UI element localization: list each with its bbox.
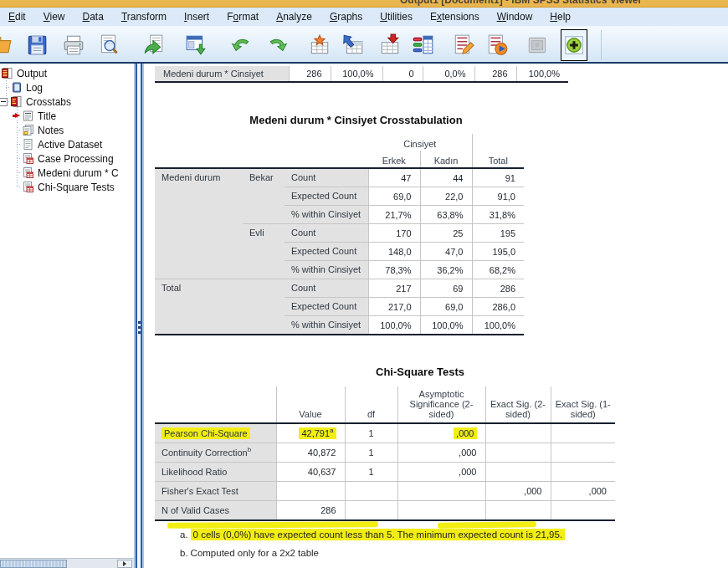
tree-item-case-processing[interactable]: Case Processing: [0, 151, 134, 166]
footnote-marker: a: [330, 427, 333, 434]
tree-item-notes[interactable]: Notes: [0, 123, 134, 137]
value-cell: 148,0: [368, 243, 420, 261]
value-cell: 286: [276, 501, 345, 521]
crosstab-title: Medeni durum * Cinsiyet Crosstabulation: [172, 114, 541, 126]
stat-label: Expected Count: [285, 187, 368, 206]
menu-item-format[interactable]: Format: [227, 11, 259, 23]
menu-bar: Edit View Data Transform Insert Format A…: [0, 8, 728, 27]
tree-item-title[interactable]: Title: [0, 109, 134, 123]
use-variable-sets-icon[interactable]: [410, 29, 437, 61]
value-cell: 195,0: [472, 243, 524, 261]
open-icon[interactable]: [0, 29, 15, 61]
print-preview-icon[interactable]: [95, 29, 122, 61]
window-title: Output1 [Document1] - IBM SPSS Statistic…: [400, 0, 642, 6]
value-cell: 1: [345, 443, 397, 463]
tree-item-log[interactable]: Log: [0, 80, 134, 95]
empty-cell: [155, 386, 276, 423]
case-processing-summary-table[interactable]: Medeni durum * Cinsiyet 286 100,0% 0 0,0…: [155, 66, 568, 83]
output-pane[interactable]: Medeni durum * Cinsiyet 286 100,0% 0 0,0…: [144, 64, 728, 568]
value-cell: 22,0: [420, 187, 472, 206]
tree-item-crosstab-table[interactable]: Medeni durum * C: [0, 166, 134, 180]
value-cell: 63,8%: [420, 206, 472, 224]
value-cell: 217: [368, 279, 420, 298]
highlight: 0 cells (0,0%) have expected count less …: [191, 529, 566, 540]
menu-text: U: [380, 11, 387, 23]
menu-text: W: [497, 11, 506, 23]
highlight: ,000: [454, 427, 476, 439]
select-last-output-icon: [524, 29, 551, 61]
panel-splitter[interactable]: [134, 64, 144, 568]
run-script-icon[interactable]: [484, 29, 510, 61]
row-label-cell: Fisher's Exact Test: [155, 482, 276, 501]
menu-text: E: [8, 11, 15, 23]
window-titlebar[interactable]: Output1 [Document1] - IBM SPSS Statistic…: [0, 0, 728, 8]
menu-item-edit[interactable]: Edit: [8, 11, 26, 23]
menu-item-data[interactable]: Data: [83, 11, 104, 23]
menu-item-view[interactable]: View: [44, 11, 65, 23]
empty-cell: [345, 501, 397, 521]
crosstab-table[interactable]: Cinsiyet Erkek Kadın Total Medeni durum …: [155, 134, 524, 335]
value-cell: 100,0%: [331, 66, 382, 82]
tree-item-output[interactable]: Output: [0, 66, 134, 80]
menu-item-analyze[interactable]: Analyze: [276, 11, 312, 23]
empty-cell: [551, 501, 615, 521]
row-dim-label: Medeni durum: [155, 168, 243, 279]
save-icon[interactable]: [23, 29, 50, 61]
value-cell: 170: [368, 224, 420, 243]
menu-text: elp: [557, 11, 571, 23]
header-row: Value df Asymptotic Significance (2-side…: [155, 386, 615, 423]
menu-text: ransform: [127, 11, 167, 23]
tree-item-crosstabs[interactable]: Crosstabs: [0, 95, 134, 109]
stat-label: % within Cinsiyet: [285, 261, 368, 279]
menu-item-graphs[interactable]: Graphs: [330, 11, 362, 23]
insert-new-output-icon[interactable]: [561, 29, 587, 61]
tree-item-chi-square-tests[interactable]: Chi-Square Tests: [0, 180, 134, 194]
variables-icon[interactable]: [377, 29, 403, 61]
value-cell: 100,0%: [516, 66, 568, 82]
menu-text: indow: [506, 11, 532, 23]
footnote-label: b.: [180, 548, 188, 558]
value-cell: 31,8%: [472, 206, 524, 224]
tree-item-active-dataset[interactable]: Active Dataset: [0, 137, 134, 151]
go-to-data-icon[interactable]: [306, 29, 333, 61]
menu-text: V: [44, 11, 50, 23]
empty-cell: [551, 443, 615, 463]
menu-text: raphs: [337, 11, 362, 23]
value-cell: 91: [472, 168, 524, 187]
row-label-cell: Continuity Correctionb: [155, 443, 276, 463]
column-header: Kadın: [420, 151, 472, 168]
tree-label: Output: [17, 68, 47, 79]
empty-cell: [397, 482, 485, 501]
scroll-right-button[interactable]: [117, 560, 132, 568]
menu-item-utilities[interactable]: Utilities: [380, 11, 413, 23]
value-cell: 100,0%: [472, 316, 524, 335]
menu-item-transform[interactable]: Transform: [121, 11, 167, 23]
total-label: Total: [155, 279, 285, 335]
value-cell: 1: [345, 423, 397, 443]
menu-item-help[interactable]: Help: [550, 11, 571, 23]
menu-item-window[interactable]: Window: [497, 11, 533, 23]
tree-label: Case Processing: [38, 153, 114, 165]
value-cell: 69,0: [420, 298, 472, 316]
menu-item-extensions[interactable]: Extensions: [430, 11, 479, 23]
highlighter-streak: [438, 521, 536, 528]
undo-icon[interactable]: [228, 29, 254, 61]
chi-square-table[interactable]: Value df Asymptotic Significance (2-side…: [155, 386, 615, 521]
row-label-cell: N of Valid Cases: [155, 501, 276, 521]
export-icon[interactable]: [141, 29, 167, 61]
print-icon[interactable]: [60, 29, 87, 61]
value-cell: 68,2%: [472, 261, 524, 279]
value-cell: 1: [345, 463, 397, 482]
edit-output-icon[interactable]: [450, 29, 477, 61]
go-to-case-icon[interactable]: [340, 29, 367, 61]
value-cell: ,000: [485, 482, 551, 501]
menu-item-insert[interactable]: Insert: [184, 11, 209, 23]
scrollbar-thumb[interactable]: [0, 560, 67, 568]
collapse-expander-icon[interactable]: [0, 98, 8, 106]
highlighter-streak: [167, 521, 378, 529]
empty-cell: [551, 423, 615, 443]
outline-horizontal-scrollbar[interactable]: [0, 558, 134, 568]
tree-label: Log: [26, 82, 43, 94]
designate-window-icon[interactable]: [182, 29, 209, 61]
redo-icon[interactable]: [264, 29, 291, 61]
